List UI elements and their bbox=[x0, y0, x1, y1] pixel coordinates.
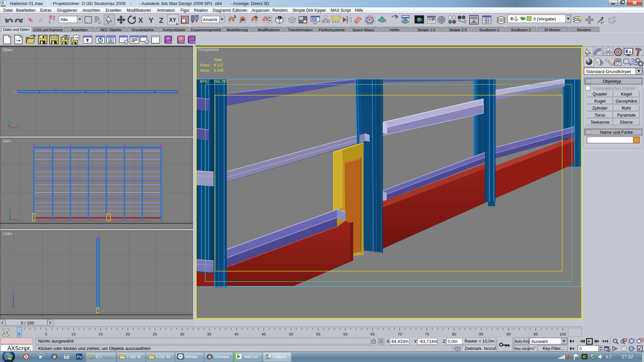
svg-text:Teekanne: Teekanne bbox=[590, 120, 609, 125]
svg-text:-63,714m: -63,714m bbox=[419, 339, 437, 344]
svg-text:30: 30 bbox=[180, 332, 184, 336]
svg-text:95: 95 bbox=[534, 332, 538, 336]
svg-text:Quader: Quader bbox=[593, 92, 607, 97]
svg-text:-: - bbox=[587, 79, 589, 83]
svg-text:40: 40 bbox=[234, 332, 239, 336]
svg-text:Zylinder: Zylinder bbox=[592, 106, 608, 111]
svg-text:Kugel: Kugel bbox=[594, 99, 605, 104]
svg-text:Objekttyp: Objekttyp bbox=[603, 79, 621, 84]
svg-text:z: z bbox=[8, 205, 11, 209]
svg-text:0: 0 bbox=[579, 346, 582, 351]
svg-text:M: M bbox=[99, 38, 102, 43]
svg-text:Ebene: Ebene bbox=[620, 120, 633, 125]
svg-text:Polys:: Polys: bbox=[200, 63, 210, 67]
svg-text:1: 1 bbox=[278, 16, 280, 19]
svg-text:X:: X: bbox=[386, 339, 390, 344]
svg-text:Ansicht: Ansicht bbox=[203, 17, 217, 22]
svg-text:0: 0 bbox=[18, 332, 20, 336]
svg-text:64,433m: 64,433m bbox=[391, 339, 409, 344]
svg-text:Hallent...: Hallent... bbox=[273, 354, 290, 359]
svg-text:Z:: Z: bbox=[443, 339, 447, 344]
svg-text:Standard-Grundkörper: Standard-Grundkörper bbox=[586, 69, 632, 74]
svg-text:Y: Y bbox=[149, 16, 154, 24]
svg-text:x: x bbox=[14, 305, 17, 309]
svg-text:3DS: 3DS bbox=[1, 4, 6, 7]
svg-text:265,787: 265,787 bbox=[214, 79, 228, 83]
svg-text:z: z bbox=[7, 124, 9, 128]
svg-text:%: % bbox=[255, 15, 258, 19]
svg-text:x: x bbox=[18, 214, 20, 218]
svg-text:Links: Links bbox=[3, 231, 12, 236]
svg-text:85: 85 bbox=[479, 332, 484, 336]
svg-text:35: 35 bbox=[207, 332, 212, 336]
svg-text:Key einst.: Key einst. bbox=[515, 347, 531, 351]
svg-text:Giveaw...: Giveaw... bbox=[214, 354, 232, 359]
svg-text:FPS:: FPS: bbox=[200, 79, 209, 83]
svg-text:Raster = 10,0m: Raster = 10,0m bbox=[465, 339, 494, 344]
svg-text:90: 90 bbox=[506, 332, 511, 336]
svg-text:Oben: Oben bbox=[3, 48, 12, 52]
svg-text:AXScript.: AXScript. bbox=[7, 345, 31, 352]
svg-text:50: 50 bbox=[289, 332, 293, 336]
svg-text:Verts:: Verts: bbox=[200, 68, 210, 72]
svg-text:Z: Z bbox=[159, 16, 163, 24]
svg-text:?: ? bbox=[179, 37, 182, 41]
svg-text:-: - bbox=[587, 130, 589, 134]
svg-text:60: 60 bbox=[343, 332, 348, 336]
svg-text:C:\: C:\ bbox=[96, 354, 102, 359]
svg-text:Pyramide: Pyramide bbox=[617, 113, 636, 118]
svg-text:Ps: Ps bbox=[77, 355, 82, 359]
svg-text:3: 3 bbox=[234, 15, 236, 19]
svg-text:Kegel: Kegel bbox=[621, 92, 632, 97]
svg-text:Rohr: Rohr bbox=[622, 106, 631, 111]
svg-text:Perspektive: Perspektive bbox=[198, 47, 219, 52]
svg-text:Key-Filter...: Key-Filter... bbox=[543, 346, 564, 351]
svg-text:45: 45 bbox=[262, 332, 266, 336]
svg-text:Automatisches Raster: Automatisches Raster bbox=[593, 86, 636, 91]
svg-text:17:32: 17:32 bbox=[622, 354, 633, 359]
svg-text:0 / 100: 0 / 100 bbox=[21, 320, 34, 325]
svg-text:z: z bbox=[12, 293, 14, 297]
svg-text:Total: Total bbox=[214, 58, 222, 62]
svg-text:x: x bbox=[17, 122, 20, 126]
svg-text:Windo...: Windo... bbox=[185, 354, 201, 359]
svg-text:4.208: 4.208 bbox=[214, 68, 223, 72]
svg-text:Torus: Torus bbox=[595, 113, 605, 118]
svg-text:Auswahl: Auswahl bbox=[531, 339, 548, 344]
svg-text:XY: XY bbox=[169, 17, 176, 23]
svg-text:I:\3D M...: I:\3D M... bbox=[127, 354, 145, 359]
svg-text:X: X bbox=[138, 16, 143, 24]
svg-text:8.112: 8.112 bbox=[214, 63, 223, 67]
svg-text:75: 75 bbox=[425, 332, 429, 336]
svg-text:100: 100 bbox=[559, 332, 566, 336]
svg-text:Geosphäre: Geosphäre bbox=[615, 99, 637, 104]
svg-text:Vorn: Vorn bbox=[3, 139, 11, 143]
svg-text:Y:: Y: bbox=[414, 339, 418, 344]
svg-text:Zeitmark. hinzuf.: Zeitmark. hinzuf. bbox=[465, 346, 497, 351]
svg-text:0 (Vorgabe): 0 (Vorgabe) bbox=[533, 16, 556, 21]
svg-text:4,7: 4,7 bbox=[606, 355, 611, 359]
svg-text:55: 55 bbox=[316, 332, 321, 336]
svg-text:65: 65 bbox=[371, 332, 375, 336]
svg-text:I:\3D M...: I:\3D M... bbox=[156, 354, 174, 359]
svg-text:10: 10 bbox=[71, 332, 76, 336]
svg-text:15: 15 bbox=[99, 332, 103, 336]
svg-text:3DS: 3DS bbox=[266, 357, 270, 359]
svg-text:?: ? bbox=[167, 37, 169, 41]
svg-text:25: 25 bbox=[153, 332, 157, 336]
svg-text:Nichts ausgewählt: Nichts ausgewählt bbox=[38, 339, 74, 344]
svg-text:20: 20 bbox=[126, 332, 130, 336]
svg-text:80: 80 bbox=[452, 332, 457, 336]
svg-text:Auto-Key: Auto-Key bbox=[515, 339, 530, 343]
svg-text:VidCod...: VidCod... bbox=[244, 354, 261, 359]
svg-text:0,0m: 0,0m bbox=[448, 339, 458, 344]
svg-text:Klicken oder klicken und ziehe: Klicken oder klicken und ziehen, um Obje… bbox=[38, 346, 151, 351]
svg-text:70: 70 bbox=[398, 332, 402, 336]
svg-text:5: 5 bbox=[45, 332, 47, 336]
svg-text:Alle: Alle bbox=[60, 17, 68, 22]
svg-text:Name und Farbe: Name und Farbe bbox=[600, 130, 633, 135]
